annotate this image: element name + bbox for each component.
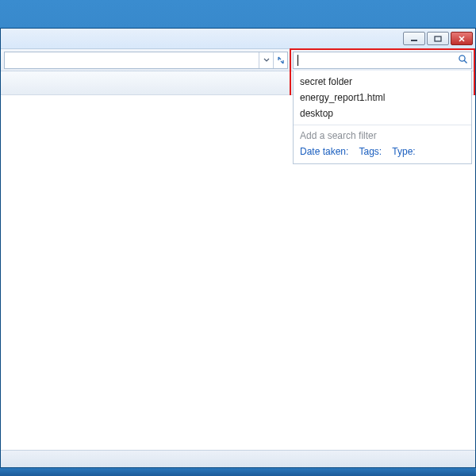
minimize-icon bbox=[410, 36, 418, 42]
maximize-button[interactable] bbox=[427, 32, 449, 45]
filter-row: Date taken: Tags: Type: bbox=[294, 144, 471, 159]
chevron-down-icon bbox=[263, 58, 270, 63]
close-button[interactable] bbox=[451, 32, 473, 45]
search-suggestions-dropdown: secret folder energy_report1.html deskto… bbox=[293, 71, 472, 164]
filter-hint-label: Add a search filter bbox=[294, 129, 471, 144]
address-dropdown-button[interactable] bbox=[259, 52, 273, 68]
divider bbox=[294, 125, 471, 125]
search-history-item[interactable]: desktop bbox=[294, 106, 471, 121]
taskbar-edge bbox=[0, 468, 476, 476]
close-icon bbox=[458, 36, 466, 42]
filter-tags[interactable]: Tags: bbox=[359, 146, 382, 157]
explorer-window: secret folder energy_report1.html deskto… bbox=[0, 28, 476, 468]
text-cursor bbox=[298, 55, 298, 66]
minimize-button[interactable] bbox=[403, 32, 425, 45]
filter-date-taken[interactable]: Date taken: bbox=[300, 146, 348, 157]
filter-type[interactable]: Type: bbox=[392, 146, 415, 157]
maximize-icon bbox=[434, 36, 442, 42]
address-bar[interactable] bbox=[4, 52, 288, 69]
svg-rect-0 bbox=[411, 40, 417, 41]
svg-line-3 bbox=[464, 60, 466, 63]
search-wrap: secret folder energy_report1.html deskto… bbox=[293, 52, 472, 69]
status-bar bbox=[1, 450, 475, 467]
address-bar-row: secret folder energy_report1.html deskto… bbox=[1, 49, 475, 71]
search-icon bbox=[458, 54, 468, 67]
svg-point-2 bbox=[459, 55, 465, 60]
refresh-button[interactable] bbox=[273, 52, 287, 68]
search-history-item[interactable]: energy_report1.html bbox=[294, 90, 471, 106]
search-history-item[interactable]: secret folder bbox=[294, 74, 471, 90]
titlebar bbox=[1, 29, 475, 49]
search-input[interactable] bbox=[293, 52, 472, 69]
refresh-icon bbox=[276, 56, 286, 65]
svg-rect-1 bbox=[435, 36, 441, 41]
